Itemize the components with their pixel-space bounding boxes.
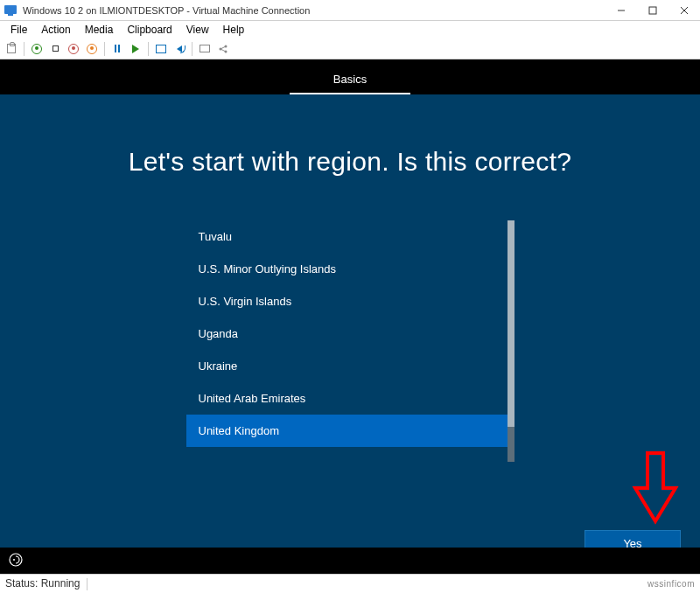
menu-media[interactable]: Media (78, 22, 121, 38)
accessibility-icon[interactable] (9, 553, 23, 569)
ctrl-alt-del-button[interactable] (4, 41, 19, 57)
checkpoint-icon (156, 45, 166, 53)
region-item[interactable]: U.S. Minor Outlying Islands (186, 253, 514, 285)
toolbar-separator (192, 42, 192, 56)
svg-line-10 (220, 49, 226, 52)
minimize-button[interactable] (606, 0, 637, 21)
toolbar-separator (24, 42, 24, 56)
region-item[interactable]: Ukraine (186, 350, 514, 382)
vm-display[interactable]: Basics Let's start with region. Is this … (0, 59, 700, 574)
region-item[interactable]: Tuvalu (186, 220, 514, 253)
oobe-bottom-bar (0, 548, 700, 574)
status-separator (87, 578, 88, 590)
menu-file[interactable]: File (4, 22, 34, 38)
revert-button[interactable] (172, 41, 187, 57)
start-button[interactable] (29, 41, 45, 57)
region-item-selected[interactable]: United Kingdom (186, 415, 514, 447)
menubar: File Action Media Clipboard View Help (0, 21, 700, 38)
maximize-button[interactable] (637, 0, 668, 21)
region-scrollbar-track[interactable] (508, 220, 514, 462)
oobe-tab-header: Basics (0, 59, 700, 94)
svg-rect-0 (4, 5, 17, 14)
region-item[interactable]: United Arab Emirates (186, 382, 514, 415)
pause-button[interactable] (109, 41, 125, 57)
reset-button[interactable] (128, 41, 144, 57)
oobe-tab-basics[interactable]: Basics (290, 64, 410, 94)
oobe-heading: Let's start with region. Is this correct… (0, 147, 700, 177)
svg-point-11 (10, 554, 22, 566)
enhanced-session-button[interactable] (197, 41, 213, 57)
app-icon (2, 2, 19, 19)
window-titlebar: Windows 10 2 on ILMIONTDESKTOP - Virtual… (0, 0, 700, 21)
start-icon (32, 44, 42, 54)
save-button[interactable] (84, 41, 100, 57)
svg-rect-3 (649, 7, 656, 14)
menu-help[interactable]: Help (216, 22, 252, 38)
menu-view[interactable]: View (179, 22, 216, 38)
share-icon (218, 44, 228, 54)
region-list[interactable]: Tuvalu U.S. Minor Outlying Islands U.S. … (186, 220, 514, 447)
revert-icon (177, 45, 182, 52)
toolbar-separator (104, 42, 105, 56)
stop-icon (52, 45, 59, 52)
play-icon (132, 45, 139, 53)
status-text: Status: Running (5, 577, 80, 590)
checkpoint-button[interactable] (153, 41, 169, 57)
close-button[interactable] (668, 0, 700, 21)
save-icon (87, 44, 97, 54)
turn-off-button[interactable] (47, 41, 63, 57)
menu-action[interactable]: Action (34, 22, 77, 38)
region-item[interactable]: Uganda (186, 317, 514, 350)
region-item[interactable]: U.S. Virgin Islands (186, 285, 514, 317)
pause-icon (115, 45, 120, 52)
svg-rect-1 (8, 14, 13, 16)
annotation-arrow-icon (628, 451, 681, 525)
menu-clipboard[interactable]: Clipboard (120, 22, 178, 38)
watermark: wssinficom (648, 579, 695, 589)
clipboard-icon (7, 44, 16, 53)
svg-line-9 (220, 46, 226, 49)
shut-down-button[interactable] (66, 41, 81, 57)
share-button[interactable] (215, 41, 231, 57)
toolbar (0, 38, 700, 59)
window-title: Windows 10 2 on ILMIONTDESKTOP - Virtual… (23, 5, 606, 16)
status-bar: Status: Running wssinficom (0, 574, 700, 593)
shutdown-icon (68, 44, 79, 54)
display-icon (200, 45, 210, 52)
region-scrollbar-thumb[interactable] (508, 427, 514, 462)
svg-point-12 (13, 559, 15, 561)
toolbar-separator (148, 42, 149, 56)
